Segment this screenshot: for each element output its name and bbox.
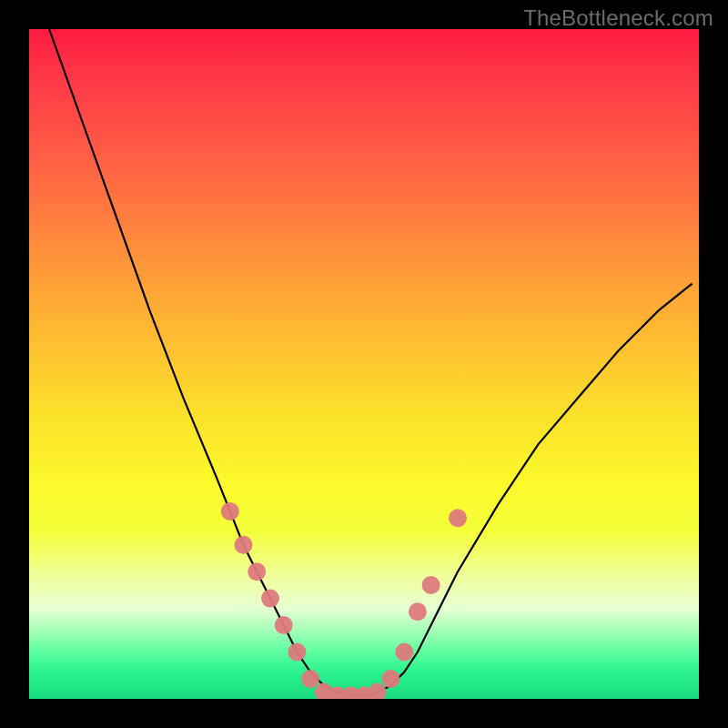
hotspot-marker (221, 502, 239, 521)
hotspot-marker (369, 683, 387, 699)
hotspot-marker (449, 509, 467, 527)
hotspot-marker (288, 643, 306, 662)
plot-area (29, 29, 699, 699)
hotspot-marker (275, 616, 293, 634)
hotspot-marker (395, 643, 413, 662)
hotspot-marker (235, 536, 253, 554)
chart-frame: TheBottleneck.com (0, 0, 728, 728)
chart-svg (29, 29, 699, 699)
watermark-text: TheBottleneck.com (523, 5, 713, 31)
hotspot-marker (261, 590, 279, 608)
hotspot-marker (409, 602, 427, 621)
hotspot-marker (422, 576, 440, 594)
bottleneck-curve-path (49, 29, 693, 695)
hotspot-marker (248, 562, 266, 581)
hotspot-marker (301, 670, 319, 688)
hotspot-markers-group (221, 502, 467, 699)
hotspot-marker (381, 670, 399, 688)
